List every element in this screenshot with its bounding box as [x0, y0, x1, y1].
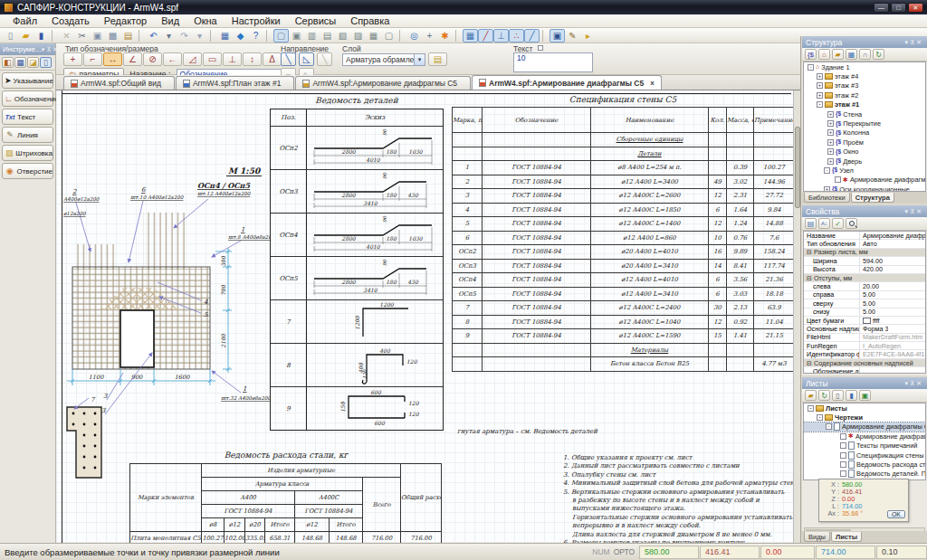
dim-type-icon[interactable]: ▭: [203, 52, 222, 66]
structure-tree-item[interactable]: + этаж #2: [804, 90, 925, 100]
tree-expander[interactable]: -: [808, 405, 814, 412]
dim-type-icon[interactable]: ⊥: [223, 52, 242, 66]
toolbar-icon[interactable]: ↶: [146, 29, 161, 43]
tool-button[interactable]: ◉ Отверстие: [2, 163, 53, 179]
ortho-indicator[interactable]: ОРТО: [614, 547, 635, 556]
property-row[interactable]: ⊟ Содержание основных надписей: [804, 359, 925, 367]
direction-x-icon[interactable]: ◺: [299, 52, 314, 66]
find-icon[interactable]: ∩: [859, 49, 871, 60]
close-button[interactable]: ✕: [908, 3, 923, 13]
property-row[interactable]: Тип обновления Авто: [804, 240, 925, 248]
toolbar-icon[interactable]: [266, 30, 272, 42]
text-checkbox[interactable]: [538, 45, 543, 51]
direction-xy-icon[interactable]: ╲: [281, 52, 296, 66]
tree-expander[interactable]: -: [817, 101, 823, 108]
toolbar-icon[interactable]: [542, 30, 548, 42]
dim-type-icon[interactable]: ⌐: [83, 52, 102, 66]
toolbar-icon[interactable]: ◆: [233, 29, 248, 43]
menu-item[interactable]: Сервисы: [288, 14, 344, 27]
close-icon[interactable]: ✕: [916, 208, 923, 214]
tree-expander[interactable]: -: [817, 414, 823, 421]
sheet-tree-item[interactable]: - Армирование диафрагмы С5: [804, 422, 925, 432]
toolbar-icon[interactable]: [210, 30, 215, 42]
toolbar-icon[interactable]: ╱: [478, 29, 493, 43]
tool-button[interactable]: ✎ Линия: [2, 127, 53, 143]
menu-item[interactable]: Файл: [5, 14, 44, 27]
tool-mode-solid-icon[interactable]: ◪: [27, 57, 39, 68]
table-view-icon[interactable]: ▦: [846, 49, 857, 60]
toolbar-icon[interactable]: +: [422, 29, 437, 43]
refresh-sheet-icon[interactable]: ↻: [818, 390, 830, 401]
menu-item[interactable]: Настройки: [225, 14, 288, 27]
toolbar-icon[interactable]: ✎: [565, 29, 580, 43]
toolbar-icon[interactable]: ▩: [105, 29, 120, 43]
tree-expander[interactable]: -: [824, 167, 830, 174]
tree-expander[interactable]: [835, 176, 841, 183]
filter-node-icon[interactable]: {$: [805, 49, 817, 60]
dim-type-icon[interactable]: ◿: [183, 52, 202, 66]
dim-type-icon[interactable]: Δ: [263, 52, 282, 66]
structure-tree-item[interactable]: + {$ Окно: [804, 147, 925, 157]
toolbar-icon[interactable]: ▦: [217, 29, 233, 43]
tree-expander[interactable]: +: [827, 158, 834, 165]
panel-tab[interactable]: Библиотеки: [804, 193, 850, 203]
property-row[interactable]: Название Армирование диафр...: [804, 232, 925, 240]
structure-tree-item[interactable]: - ⌂ Здание 1: [804, 62, 925, 71]
tree-expander[interactable]: +: [827, 148, 834, 155]
building-icon[interactable]: ⌂: [818, 49, 830, 60]
tree-expander[interactable]: +: [817, 82, 823, 89]
tree-expander[interactable]: +: [827, 120, 834, 127]
refresh-icon[interactable]: ↻: [873, 49, 884, 60]
minimize-button[interactable]: —: [874, 3, 889, 13]
property-row[interactable]: снизу 5.00: [804, 308, 925, 317]
property-row[interactable]: Ширина 594.00: [804, 257, 925, 265]
toolbar-icon[interactable]: ▾: [161, 29, 177, 43]
layers-icon[interactable]: ▤: [428, 52, 447, 66]
property-row[interactable]: сверху 5.00: [804, 299, 925, 308]
structure-tree-item[interactable]: + {$ Стена: [804, 109, 925, 119]
tree-expander[interactable]: [840, 433, 846, 440]
sheet-tree-item[interactable]: - Чертежи: [804, 413, 925, 422]
panel-tab[interactable]: Виды: [804, 532, 830, 542]
toolbar-icon[interactable]: ◎: [406, 29, 422, 43]
toolbar-icon[interactable]: [52, 30, 57, 42]
toolbar-icon[interactable]: ∴: [509, 29, 524, 43]
tab-close-icon[interactable]: x: [650, 79, 654, 87]
toolbar-icon[interactable]: [139, 30, 144, 42]
toolbar-icon[interactable]: ▨: [350, 29, 366, 43]
canvas-vertical-scrollbar[interactable]: [793, 90, 800, 543]
tool-button[interactable]: ➤ Указывание: [2, 72, 53, 89]
new-folder-icon[interactable]: ▰: [805, 390, 817, 401]
toolbar-icon[interactable]: ▯: [3, 29, 18, 43]
menu-item[interactable]: Создать: [44, 14, 97, 27]
property-row[interactable]: Высота 420.00: [804, 266, 925, 274]
toolbar-icon[interactable]: [399, 30, 405, 42]
document-tab[interactable]: ArmW4.spf:Армирование диафрагмы С5: [295, 76, 471, 90]
toolbar-icon[interactable]: ▰: [18, 29, 33, 43]
toolbar-icon[interactable]: ▣: [90, 29, 105, 43]
property-row[interactable]: ⊟ Размер листа, мм: [804, 249, 925, 257]
text-input[interactable]: 10: [513, 52, 593, 72]
menu-item[interactable]: Редактор: [97, 14, 154, 27]
sheet-tree-item[interactable]: Ведомость деталей. Плита м: [804, 470, 925, 479]
tree-expander[interactable]: [840, 442, 846, 449]
tree-expander[interactable]: +: [817, 92, 823, 99]
toolbar-icon[interactable]: ▾: [192, 29, 207, 43]
drawing-canvas[interactable]: М 1:50 1100 900: [56, 90, 793, 543]
chevron-down-icon[interactable]: ▾: [414, 54, 425, 65]
direction-free-icon[interactable]: ╲: [317, 52, 332, 66]
sheet-tree-item[interactable]: Тексты примечаний: [804, 441, 925, 451]
tree-expander[interactable]: [840, 452, 846, 459]
structure-tree-item[interactable]: - {$ Узел: [804, 166, 925, 175]
maximize-button[interactable]: □: [891, 3, 906, 13]
structure-tree-item[interactable]: + {$ Проём: [804, 138, 925, 147]
tree-expander[interactable]: +: [827, 139, 834, 146]
tree-expander[interactable]: -: [826, 423, 832, 430]
tree-expander[interactable]: +: [817, 73, 823, 80]
tree-expander[interactable]: +: [827, 129, 834, 136]
panel-tab[interactable]: Листы: [831, 532, 862, 542]
sort-az-icon[interactable]: А↓: [818, 218, 830, 229]
toolbar-icon[interactable]: ✂: [74, 29, 90, 43]
tree-expander[interactable]: [840, 461, 846, 468]
sheet-tree-item[interactable]: Ведомость расхода стали. Пл: [804, 460, 925, 469]
